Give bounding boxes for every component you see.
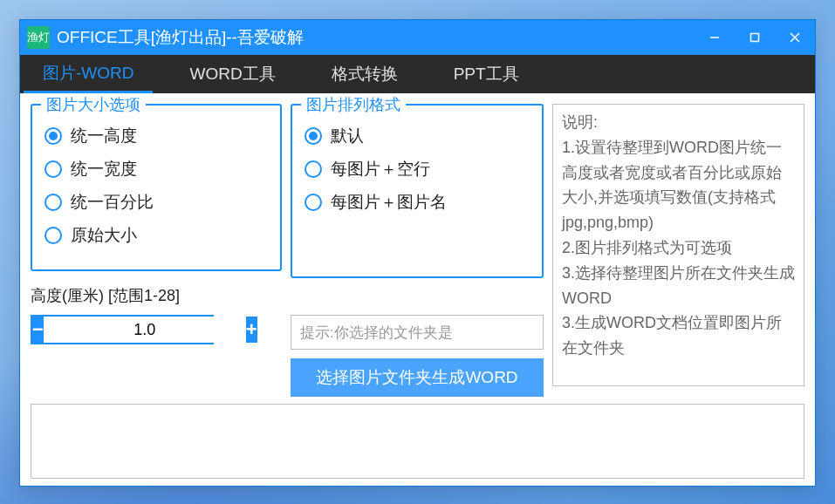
radio-icon: [44, 194, 62, 211]
tab-format-convert[interactable]: 格式转换: [312, 55, 417, 93]
radio-arrange-name[interactable]: 每图片＋图片名: [305, 186, 530, 219]
radio-label: 统一宽度: [71, 158, 137, 180]
radio-original-size[interactable]: 原始大小: [44, 219, 268, 252]
height-input[interactable]: [44, 317, 246, 343]
radio-icon: [44, 160, 62, 178]
window-title: OFFICE工具[渔灯出品]--吾爱破解: [57, 26, 304, 49]
minimize-icon: [709, 32, 720, 43]
radio-label: 统一百分比: [71, 191, 154, 214]
app-icon: 渔灯: [27, 26, 50, 49]
svg-rect-1: [751, 34, 759, 42]
help-title: 说明:: [562, 110, 795, 135]
height-stepper: − +: [31, 315, 214, 344]
titlebar: 渔灯 OFFICE工具[渔灯出品]--吾爱破解: [20, 20, 815, 55]
tabbar: 图片-WORD WORD工具 格式转换 PPT工具: [20, 55, 815, 93]
help-line: 2.图片排列格式为可选项: [562, 235, 795, 261]
close-icon: [790, 32, 800, 43]
image-size-group-title: 图片大小选项: [41, 94, 146, 115]
radio-icon: [305, 194, 322, 211]
tab-image-word[interactable]: 图片-WORD: [24, 55, 153, 93]
help-line: 1.设置待整理到WORD图片统一高度或者宽度或者百分比或原始大小,并选项填写数值…: [562, 135, 795, 235]
image-arrange-group-title: 图片排列格式: [301, 94, 406, 115]
maximize-button[interactable]: [735, 20, 775, 55]
stepper-plus-button[interactable]: +: [246, 317, 257, 343]
log-output[interactable]: [31, 404, 804, 479]
folder-hint-field[interactable]: 提示:你选择的文件夹是: [291, 315, 544, 350]
image-arrange-group: 图片排列格式 默认 每图片＋空行 每图片＋图片名: [291, 104, 544, 278]
generate-word-button[interactable]: 选择图片文件夹生成WORD: [291, 358, 544, 397]
content-area: 图片大小选项 统一高度 统一宽度 统一百分比: [20, 93, 815, 486]
height-field-label: 高度(厘米) [范围1-28]: [31, 285, 282, 306]
help-line: 3.生成WORD文档位置即图片所在文件夹: [562, 310, 795, 361]
radio-arrange-default[interactable]: 默认: [305, 119, 530, 153]
radio-label: 默认: [331, 125, 364, 147]
radio-arrange-blank[interactable]: 每图片＋空行: [305, 153, 530, 186]
radio-icon: [44, 227, 62, 244]
help-panel: 说明: 1.设置待整理到WORD图片统一高度或者宽度或者百分比或原始大小,并选项…: [552, 104, 804, 386]
tab-word-tools[interactable]: WORD工具: [170, 55, 294, 93]
radio-icon: [305, 127, 322, 145]
help-line: 3.选择待整理图片所在文件夹生成WORD: [562, 261, 795, 311]
minimize-button[interactable]: [695, 20, 735, 55]
radio-icon: [305, 160, 322, 178]
tab-ppt-tools[interactable]: PPT工具: [435, 55, 538, 93]
radio-label: 统一高度: [71, 125, 137, 147]
close-button[interactable]: [775, 20, 815, 55]
radio-label: 每图片＋图片名: [331, 191, 447, 214]
app-window: 渔灯 OFFICE工具[渔灯出品]--吾爱破解 图片-WORD WORD工具 格…: [19, 19, 816, 487]
radio-label: 每图片＋空行: [331, 158, 430, 180]
image-size-group: 图片大小选项 统一高度 统一宽度 统一百分比: [31, 104, 282, 271]
maximize-icon: [749, 32, 760, 43]
radio-unified-width[interactable]: 统一宽度: [44, 153, 268, 186]
radio-icon: [44, 127, 62, 145]
stepper-minus-button[interactable]: −: [32, 317, 44, 343]
radio-unified-percent[interactable]: 统一百分比: [44, 186, 268, 219]
radio-label: 原始大小: [71, 224, 137, 247]
radio-unified-height[interactable]: 统一高度: [44, 119, 268, 153]
